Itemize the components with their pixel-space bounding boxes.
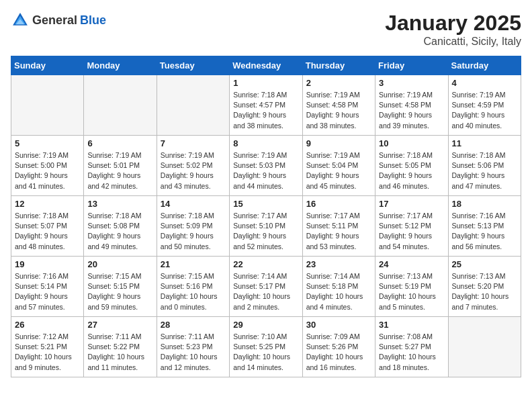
logo: GeneralBlue xyxy=(11,11,106,30)
day-number: 4 xyxy=(452,78,517,88)
title-block: January 2025 Canicatti, Sicily, Italy xyxy=(385,11,521,48)
day-number: 30 xyxy=(306,320,371,330)
day-cell: 26Sunrise: 7:12 AM Sunset: 5:21 PM Dayli… xyxy=(11,317,84,377)
day-cell: 21Sunrise: 7:15 AM Sunset: 5:16 PM Dayli… xyxy=(157,257,229,317)
day-number: 31 xyxy=(379,320,444,330)
weekday-header-sunday: Sunday xyxy=(11,56,84,75)
day-info: Sunrise: 7:19 AM Sunset: 5:03 PM Dayligh… xyxy=(233,150,298,191)
day-info: Sunrise: 7:14 AM Sunset: 5:18 PM Dayligh… xyxy=(306,271,371,312)
day-number: 9 xyxy=(306,138,371,148)
day-info: Sunrise: 7:18 AM Sunset: 5:07 PM Dayligh… xyxy=(15,211,80,252)
day-number: 3 xyxy=(379,78,444,88)
day-info: Sunrise: 7:13 AM Sunset: 5:19 PM Dayligh… xyxy=(379,271,444,312)
location-title: Canicatti, Sicily, Italy xyxy=(385,36,521,48)
day-cell: 4Sunrise: 7:19 AM Sunset: 4:59 PM Daylig… xyxy=(448,75,521,136)
day-number: 13 xyxy=(87,199,152,209)
day-cell: 3Sunrise: 7:19 AM Sunset: 4:58 PM Daylig… xyxy=(375,75,448,136)
page-header: GeneralBlue January 2025 Canicatti, Sici… xyxy=(11,11,521,48)
logo-blue: Blue xyxy=(80,13,106,28)
day-cell: 31Sunrise: 7:08 AM Sunset: 5:27 PM Dayli… xyxy=(375,317,448,377)
day-number: 18 xyxy=(452,199,517,209)
day-cell: 7Sunrise: 7:19 AM Sunset: 5:02 PM Daylig… xyxy=(157,136,229,196)
day-info: Sunrise: 7:19 AM Sunset: 5:01 PM Dayligh… xyxy=(87,150,152,191)
day-cell: 12Sunrise: 7:18 AM Sunset: 5:07 PM Dayli… xyxy=(11,196,84,257)
day-info: Sunrise: 7:15 AM Sunset: 5:15 PM Dayligh… xyxy=(87,271,152,312)
day-info: Sunrise: 7:13 AM Sunset: 5:20 PM Dayligh… xyxy=(452,271,517,312)
day-number: 25 xyxy=(452,259,517,269)
day-number: 14 xyxy=(161,199,226,209)
day-number: 15 xyxy=(233,199,298,209)
day-cell xyxy=(448,317,521,377)
week-row-1: 1Sunrise: 7:18 AM Sunset: 4:57 PM Daylig… xyxy=(11,75,521,136)
day-cell: 11Sunrise: 7:18 AM Sunset: 5:06 PM Dayli… xyxy=(448,136,521,196)
day-info: Sunrise: 7:11 AM Sunset: 5:22 PM Dayligh… xyxy=(87,332,152,373)
day-cell: 15Sunrise: 7:17 AM Sunset: 5:10 PM Dayli… xyxy=(230,196,302,257)
day-info: Sunrise: 7:19 AM Sunset: 5:00 PM Dayligh… xyxy=(15,150,80,191)
weekday-header-row: SundayMondayTuesdayWednesdayThursdayFrid… xyxy=(11,56,521,75)
day-cell: 8Sunrise: 7:19 AM Sunset: 5:03 PM Daylig… xyxy=(230,136,302,196)
day-cell: 2Sunrise: 7:19 AM Sunset: 4:58 PM Daylig… xyxy=(302,75,375,136)
day-number: 27 xyxy=(87,320,152,330)
day-info: Sunrise: 7:18 AM Sunset: 5:09 PM Dayligh… xyxy=(161,211,226,252)
day-info: Sunrise: 7:14 AM Sunset: 5:17 PM Dayligh… xyxy=(233,271,298,312)
day-cell: 30Sunrise: 7:09 AM Sunset: 5:26 PM Dayli… xyxy=(302,317,375,377)
day-info: Sunrise: 7:10 AM Sunset: 5:25 PM Dayligh… xyxy=(233,332,298,373)
weekday-header-monday: Monday xyxy=(84,56,157,75)
weekday-header-tuesday: Tuesday xyxy=(157,56,229,75)
day-info: Sunrise: 7:19 AM Sunset: 4:58 PM Dayligh… xyxy=(379,90,444,131)
day-cell xyxy=(84,75,157,136)
day-cell: 13Sunrise: 7:18 AM Sunset: 5:08 PM Dayli… xyxy=(84,196,157,257)
day-cell xyxy=(11,75,84,136)
day-info: Sunrise: 7:19 AM Sunset: 4:59 PM Dayligh… xyxy=(452,90,517,131)
day-number: 6 xyxy=(87,138,152,148)
day-info: Sunrise: 7:15 AM Sunset: 5:16 PM Dayligh… xyxy=(161,271,226,312)
day-number: 29 xyxy=(233,320,298,330)
day-number: 26 xyxy=(15,320,80,330)
day-number: 2 xyxy=(306,78,371,88)
day-number: 5 xyxy=(15,138,80,148)
day-cell: 10Sunrise: 7:18 AM Sunset: 5:05 PM Dayli… xyxy=(375,136,448,196)
day-cell xyxy=(157,75,229,136)
day-number: 20 xyxy=(87,259,152,269)
day-cell: 9Sunrise: 7:19 AM Sunset: 5:04 PM Daylig… xyxy=(302,136,375,196)
day-info: Sunrise: 7:09 AM Sunset: 5:26 PM Dayligh… xyxy=(306,332,371,373)
logo-icon xyxy=(11,11,30,30)
day-number: 23 xyxy=(306,259,371,269)
day-cell: 14Sunrise: 7:18 AM Sunset: 5:09 PM Dayli… xyxy=(157,196,229,257)
day-number: 16 xyxy=(306,199,371,209)
day-info: Sunrise: 7:08 AM Sunset: 5:27 PM Dayligh… xyxy=(379,332,444,373)
day-cell: 24Sunrise: 7:13 AM Sunset: 5:19 PM Dayli… xyxy=(375,257,448,317)
day-number: 24 xyxy=(379,259,444,269)
day-cell: 19Sunrise: 7:16 AM Sunset: 5:14 PM Dayli… xyxy=(11,257,84,317)
day-number: 17 xyxy=(379,199,444,209)
day-cell: 28Sunrise: 7:11 AM Sunset: 5:23 PM Dayli… xyxy=(157,317,229,377)
day-cell: 20Sunrise: 7:15 AM Sunset: 5:15 PM Dayli… xyxy=(84,257,157,317)
day-cell: 25Sunrise: 7:13 AM Sunset: 5:20 PM Dayli… xyxy=(448,257,521,317)
day-cell: 5Sunrise: 7:19 AM Sunset: 5:00 PM Daylig… xyxy=(11,136,84,196)
day-cell: 16Sunrise: 7:17 AM Sunset: 5:11 PM Dayli… xyxy=(302,196,375,257)
logo-general: General xyxy=(32,13,77,28)
day-number: 22 xyxy=(233,259,298,269)
weekday-header-saturday: Saturday xyxy=(448,56,521,75)
day-info: Sunrise: 7:19 AM Sunset: 5:02 PM Dayligh… xyxy=(161,150,226,191)
day-cell: 23Sunrise: 7:14 AM Sunset: 5:18 PM Dayli… xyxy=(302,257,375,317)
week-row-5: 26Sunrise: 7:12 AM Sunset: 5:21 PM Dayli… xyxy=(11,317,521,377)
day-cell: 18Sunrise: 7:16 AM Sunset: 5:13 PM Dayli… xyxy=(448,196,521,257)
day-cell: 17Sunrise: 7:17 AM Sunset: 5:12 PM Dayli… xyxy=(375,196,448,257)
day-number: 8 xyxy=(233,138,298,148)
day-info: Sunrise: 7:16 AM Sunset: 5:14 PM Dayligh… xyxy=(15,271,80,312)
day-info: Sunrise: 7:12 AM Sunset: 5:21 PM Dayligh… xyxy=(15,332,80,373)
week-row-4: 19Sunrise: 7:16 AM Sunset: 5:14 PM Dayli… xyxy=(11,257,521,317)
month-title: January 2025 xyxy=(385,11,521,36)
day-info: Sunrise: 7:16 AM Sunset: 5:13 PM Dayligh… xyxy=(452,211,517,252)
day-cell: 6Sunrise: 7:19 AM Sunset: 5:01 PM Daylig… xyxy=(84,136,157,196)
day-cell: 29Sunrise: 7:10 AM Sunset: 5:25 PM Dayli… xyxy=(230,317,302,377)
day-number: 7 xyxy=(161,138,226,148)
day-info: Sunrise: 7:18 AM Sunset: 5:06 PM Dayligh… xyxy=(452,150,517,191)
day-info: Sunrise: 7:17 AM Sunset: 5:12 PM Dayligh… xyxy=(379,211,444,252)
day-info: Sunrise: 7:18 AM Sunset: 4:57 PM Dayligh… xyxy=(233,90,298,131)
week-row-3: 12Sunrise: 7:18 AM Sunset: 5:07 PM Dayli… xyxy=(11,196,521,257)
day-info: Sunrise: 7:18 AM Sunset: 5:05 PM Dayligh… xyxy=(379,150,444,191)
day-info: Sunrise: 7:19 AM Sunset: 5:04 PM Dayligh… xyxy=(306,150,371,191)
weekday-header-friday: Friday xyxy=(375,56,448,75)
